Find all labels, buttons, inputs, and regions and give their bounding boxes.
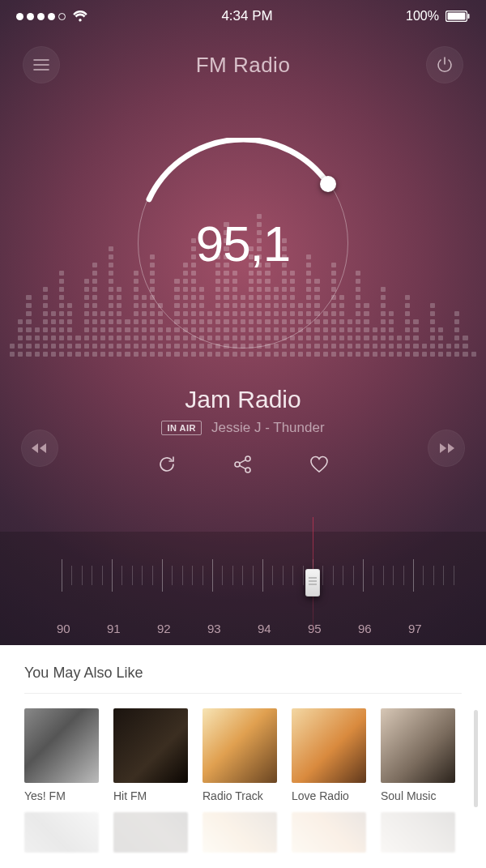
station-card[interactable]: Love Radio bbox=[292, 708, 366, 802]
station-card-label: Love Radio bbox=[292, 789, 366, 802]
frequency-value: 95,1 bbox=[138, 138, 348, 348]
prev-station-button[interactable] bbox=[21, 430, 58, 467]
tick-label: 90 bbox=[57, 622, 107, 635]
repeat-button[interactable] bbox=[155, 454, 179, 478]
tick-label: 96 bbox=[358, 622, 408, 635]
now-playing-track: Jessie J - Thunder bbox=[211, 420, 325, 436]
in-air-badge: IN AIR bbox=[161, 421, 202, 435]
station-card-label: Yes! FM bbox=[24, 789, 99, 802]
rewind-icon bbox=[32, 443, 48, 454]
status-time: 4:34 PM bbox=[221, 8, 272, 24]
tick-label: 95 bbox=[308, 622, 358, 635]
svg-rect-2 bbox=[467, 14, 469, 19]
forward-icon bbox=[438, 443, 454, 454]
station-thumbnail bbox=[381, 708, 455, 783]
signal-dots-icon bbox=[16, 13, 66, 20]
station-name: Jam Radio bbox=[0, 386, 486, 413]
station-thumbnail bbox=[292, 708, 366, 783]
station-card[interactable]: Radio Track bbox=[202, 708, 277, 802]
scrollbar[interactable] bbox=[474, 710, 478, 807]
favorite-button[interactable] bbox=[307, 454, 331, 478]
hamburger-icon bbox=[33, 59, 49, 71]
tick-label: 94 bbox=[258, 622, 308, 635]
station-thumbnail bbox=[202, 708, 277, 783]
tuner-handle[interactable] bbox=[305, 569, 320, 596]
station-card-label: Radio Track bbox=[202, 789, 277, 802]
station-card[interactable]: Hit FM bbox=[113, 708, 188, 802]
share-icon bbox=[232, 454, 254, 478]
page-title: FM Radio bbox=[196, 53, 291, 78]
frequency-dial[interactable]: 95,1 bbox=[138, 138, 348, 348]
power-icon bbox=[437, 57, 453, 73]
station-thumbnail bbox=[24, 708, 99, 783]
menu-button[interactable] bbox=[23, 46, 60, 83]
tick-label: 92 bbox=[157, 622, 207, 635]
station-card-label: Soul Music bbox=[381, 789, 455, 802]
tick-label: 91 bbox=[107, 622, 157, 635]
svg-rect-1 bbox=[447, 13, 465, 20]
share-button[interactable] bbox=[231, 454, 255, 478]
battery-percent: 100% bbox=[406, 9, 439, 24]
station-card[interactable]: Yes! FM bbox=[24, 708, 99, 802]
station-card-label: Hit FM bbox=[113, 789, 188, 802]
battery-icon bbox=[446, 11, 470, 22]
svg-point-4 bbox=[245, 456, 250, 461]
svg-point-5 bbox=[245, 468, 250, 472]
svg-point-3 bbox=[235, 462, 240, 467]
power-button[interactable] bbox=[426, 46, 463, 83]
frequency-tuner[interactable]: 9091929394959697 bbox=[0, 532, 486, 645]
next-station-button[interactable] bbox=[428, 430, 465, 467]
ymal-heading: You May Also Like bbox=[24, 665, 462, 694]
tick-label: 97 bbox=[408, 622, 458, 635]
wifi-icon bbox=[72, 11, 88, 23]
tick-label: 93 bbox=[207, 622, 258, 635]
station-thumbnail bbox=[113, 708, 188, 783]
heart-icon bbox=[309, 455, 330, 477]
status-bar: 4:34 PM 100% bbox=[0, 0, 486, 32]
station-card[interactable]: Soul Music bbox=[381, 708, 455, 802]
repeat-icon bbox=[156, 454, 177, 478]
